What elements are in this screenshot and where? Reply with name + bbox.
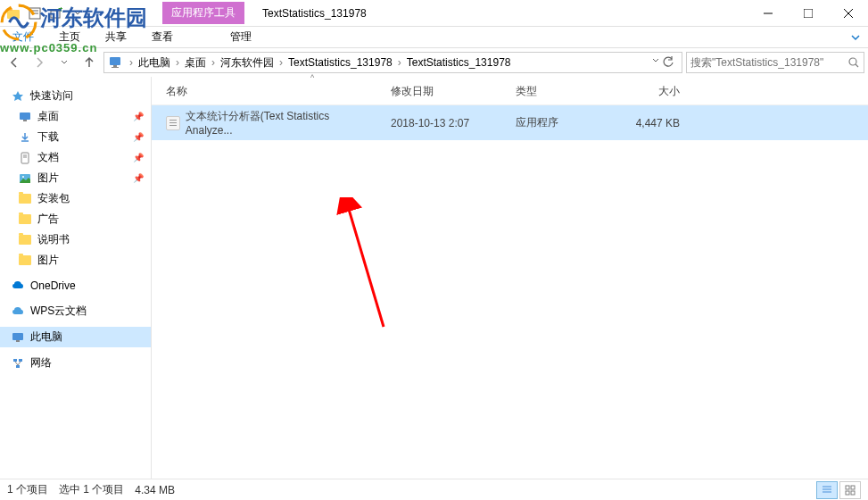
breadcrumb-root[interactable]: 此电脑: [136, 55, 172, 71]
nav-label: 网络: [30, 355, 52, 371]
qat-dropdown-icon[interactable]: [68, 4, 87, 23]
svg-rect-37: [851, 486, 855, 489]
folder-icon: [18, 212, 32, 227]
back-button[interactable]: [4, 52, 25, 73]
network-icon: [11, 356, 25, 371]
window-title: TextStatistics_131978: [262, 7, 748, 20]
nav-onedrive[interactable]: OneDrive: [0, 276, 151, 296]
svg-rect-12: [110, 57, 120, 65]
refresh-icon[interactable]: [662, 56, 674, 69]
tab-home[interactable]: 主页: [46, 27, 93, 47]
svg-rect-2: [7, 8, 12, 11]
monitor-icon: [11, 330, 25, 345]
svg-rect-18: [23, 120, 27, 121]
folder-app-icon: [4, 4, 23, 23]
cloud-icon: [11, 304, 25, 319]
file-row[interactable]: 文本统计分析器(Text Statistics Analyze... 2018-…: [152, 105, 868, 140]
breadcrumb-item[interactable]: TextStatistics_131978: [405, 56, 513, 69]
svg-rect-20: [21, 153, 29, 163]
nav-label: 此电脑: [30, 329, 62, 345]
tab-file[interactable]: 文件: [0, 27, 46, 47]
tab-view[interactable]: 查看: [139, 27, 186, 47]
pin-icon: 📌: [133, 112, 144, 121]
nav-pictures[interactable]: 图片 📌: [0, 168, 151, 188]
breadcrumb-item[interactable]: TextStatistics_131978: [286, 56, 394, 69]
close-button[interactable]: [828, 1, 868, 26]
status-item-count: 1 个项目: [7, 482, 48, 497]
nav-quick-access[interactable]: 快速访问: [0, 86, 151, 106]
maximize-button[interactable]: [788, 1, 828, 26]
nav-downloads[interactable]: 下载 📌: [0, 127, 151, 147]
star-icon: [11, 89, 25, 104]
svg-rect-14: [112, 67, 119, 68]
up-button[interactable]: [79, 52, 100, 73]
nav-label: 安装包: [37, 191, 70, 206]
contextual-tab-label: 应用程序工具: [162, 2, 244, 24]
nav-label: 广告: [37, 212, 59, 227]
nav-label: 桌面: [37, 109, 59, 124]
recent-dropdown-icon[interactable]: [54, 52, 75, 73]
nav-network[interactable]: 网络: [0, 353, 151, 373]
breadcrumb-item[interactable]: 河东软件园: [219, 55, 276, 71]
svg-rect-38: [846, 491, 849, 495]
svg-rect-26: [16, 340, 20, 342]
nav-label: OneDrive: [30, 279, 76, 292]
tab-share[interactable]: 共享: [93, 27, 139, 47]
search-icon[interactable]: [847, 56, 860, 69]
chevron-right-icon[interactable]: ›: [394, 56, 405, 69]
breadcrumb-item[interactable]: 桌面: [183, 55, 208, 71]
svg-rect-25: [12, 333, 23, 340]
nav-label: WPS云文档: [30, 304, 87, 319]
svg-line-30: [15, 362, 18, 365]
nav-label: 文档: [37, 150, 59, 165]
search-input[interactable]: [690, 56, 847, 69]
folder-icon: [18, 254, 32, 268]
svg-rect-28: [19, 359, 22, 362]
monitor-icon: [108, 55, 122, 70]
quick-access-toolbar: +: [0, 4, 91, 23]
nav-folder-item[interactable]: 广告: [0, 209, 151, 229]
minimize-button[interactable]: [748, 1, 788, 26]
desktop-icon: [18, 110, 32, 124]
nav-label: 快速访问: [30, 88, 73, 104]
breadcrumb[interactable]: › 此电脑 › 桌面 › 河东软件园 › TextStatistics_1319…: [103, 52, 682, 73]
chevron-right-icon[interactable]: ›: [276, 56, 286, 69]
nav-folder-item[interactable]: 图片: [0, 250, 151, 271]
titlebar: + 应用程序工具 TextStatistics_131978: [0, 0, 868, 27]
nav-folder-item[interactable]: 说明书: [0, 229, 151, 250]
nav-documents[interactable]: 文档 📌: [0, 147, 151, 168]
column-type[interactable]: 类型: [508, 84, 598, 99]
dropdown-icon[interactable]: [651, 56, 660, 69]
svg-rect-13: [113, 65, 117, 67]
file-list: ^ 名称 修改日期 类型 大小 文本统计分析器(Text Statistics …: [152, 77, 868, 479]
search-box[interactable]: [686, 52, 864, 73]
chevron-right-icon[interactable]: ›: [126, 56, 136, 69]
column-size[interactable]: 大小: [598, 84, 687, 99]
chevron-right-icon[interactable]: ›: [208, 56, 219, 69]
new-folder-icon[interactable]: +: [46, 4, 66, 23]
icons-view-button[interactable]: [839, 481, 861, 499]
svg-line-31: [18, 362, 21, 365]
column-name[interactable]: 名称: [152, 84, 384, 99]
forward-button[interactable]: [29, 52, 50, 73]
nav-desktop[interactable]: 桌面 📌: [0, 106, 151, 127]
svg-point-24: [22, 176, 24, 178]
nav-wps[interactable]: WPS云文档: [0, 301, 151, 321]
nav-folder-item[interactable]: 安装包: [0, 188, 151, 209]
properties-icon[interactable]: [25, 4, 45, 23]
nav-thispc[interactable]: 此电脑: [0, 327, 151, 347]
tab-manage[interactable]: 管理: [218, 27, 264, 47]
status-size: 4.34 MB: [135, 484, 175, 496]
navigation-pane: 快速访问 桌面 📌 下载 📌 文档 📌 图片 📌: [0, 77, 152, 479]
exe-file-icon: [166, 116, 180, 130]
svg-rect-29: [16, 365, 20, 368]
svg-rect-17: [20, 112, 30, 120]
file-name: 文本统计分析器(Text Statistics Analyze...: [186, 109, 376, 137]
pictures-icon: [18, 171, 32, 186]
column-date[interactable]: 修改日期: [384, 84, 508, 99]
document-icon: [18, 151, 32, 165]
details-view-button[interactable]: [816, 481, 838, 499]
status-selected-count: 选中 1 个项目: [59, 482, 124, 497]
ribbon-expand-icon[interactable]: [850, 32, 868, 43]
chevron-right-icon[interactable]: ›: [172, 56, 183, 69]
